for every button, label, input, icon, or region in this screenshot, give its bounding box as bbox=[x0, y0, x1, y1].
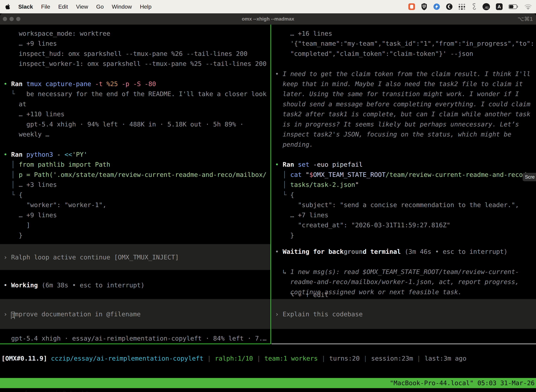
moon-circle-icon[interactable] bbox=[446, 3, 453, 10]
terminal-line: "completed","claim_token":"claim-token"}… bbox=[272, 49, 536, 59]
terminal-line: "worker": "worker-1", bbox=[0, 200, 270, 210]
ralph-loop-notice-text: › Ralph loop active continue [OMX_TMUX_I… bbox=[0, 252, 270, 262]
terminal-line: "subject": "send a concise recommendatio… bbox=[272, 200, 536, 210]
terminal-line: inspect_hud: omx sparkshell --tmux-pane … bbox=[0, 49, 270, 59]
zoom-button[interactable] bbox=[16, 17, 20, 21]
battery-icon[interactable] bbox=[509, 4, 518, 9]
terminal-line: "created_at": "2026-03-31T11:59:27.816Z" bbox=[272, 220, 536, 230]
close-button[interactable] bbox=[3, 17, 7, 21]
menu-item-go[interactable]: Go bbox=[96, 4, 104, 10]
terminal-line: weekly … bbox=[0, 129, 270, 139]
tmux-status-bar: [omx-cczip0:bash* "MacBook-Pro-44.local"… bbox=[0, 378, 536, 388]
terminal-line: │ from pathlib import Path bbox=[0, 159, 270, 169]
terminal-line: │ tasks/task-2.json" bbox=[272, 180, 536, 190]
prompt-input-right[interactable]: › Explain this codebase bbox=[272, 299, 536, 329]
ran-set-line: • Ran set -euo pipefail bbox=[272, 159, 536, 169]
terminal-line: … +9 lines bbox=[0, 38, 270, 48]
terminal-line: └ { bbox=[272, 190, 536, 200]
terminal-line: inspect task2's JSON, focusing on the st… bbox=[272, 129, 536, 139]
hook-icon[interactable] bbox=[471, 3, 477, 10]
agent-pane-right[interactable]: › Explain this codebase … +16 lines '{"t… bbox=[272, 25, 536, 344]
window-shortcut-hint: ⌥⌘1 bbox=[517, 13, 533, 25]
terminal-line: └ be necessary for the end of the README… bbox=[0, 89, 270, 99]
terminal-line: workspace_mode: worktree bbox=[0, 28, 270, 38]
tmux-host-clock: "MacBook-Pro-44.local" 05:03 31-Mar-26 bbox=[390, 378, 535, 388]
chat-app-icon[interactable] bbox=[408, 3, 415, 10]
screen-tooltip: Scre bbox=[523, 173, 536, 181]
terminal-line: later. Using the same for transition mig… bbox=[272, 89, 536, 99]
prompt-input-left[interactable]: › Improve documentation in @filename bbox=[0, 299, 270, 329]
terminal-line: … +9 lines bbox=[0, 210, 270, 220]
badge-count-icon[interactable]: ..61 bbox=[483, 3, 490, 10]
menu-item-slack[interactable]: Slack bbox=[18, 4, 33, 10]
terminal-line: is in progress? It seems likely but perh… bbox=[272, 119, 536, 129]
bolt-circle-icon[interactable] bbox=[433, 3, 440, 10]
terminal-line: } bbox=[0, 230, 270, 240]
tmux-session-label[interactable]: [omx-cczip0:bash* bbox=[23, 390, 89, 392]
apple-logo-icon[interactable] bbox=[5, 3, 11, 10]
menu-left: SlackFileEditViewGoWindowHelp bbox=[0, 3, 159, 10]
menu-item-view[interactable]: View bbox=[76, 4, 88, 10]
terminal-line: │ p = Path('.omx/state/team/review-curre… bbox=[0, 170, 270, 180]
terminal-line: │ cat "$OMX_TEAM_STATE_ROOT/team/review-… bbox=[272, 170, 536, 180]
menu-items: SlackFileEditViewGoWindowHelp bbox=[18, 4, 159, 10]
ran-python-line: • Ran python3 - <<'PY' bbox=[0, 149, 270, 159]
terminal-line: task2 after task1 is complete, but can I… bbox=[272, 109, 536, 119]
minimize-button[interactable] bbox=[10, 17, 14, 21]
dots-grid-icon[interactable] bbox=[459, 4, 465, 10]
ran-tmux-capture-line: • Ran tmux capture-pane -t %25 -p -S -80 bbox=[0, 79, 270, 89]
edit-hint-line: ⌥ + ↑ edit bbox=[272, 290, 536, 300]
terminal-line: gpt-5.4 xhigh · 94% left · 488K in · 5.1… bbox=[0, 119, 270, 129]
menu-item-help[interactable]: Help bbox=[140, 4, 152, 10]
menu-item-file[interactable]: File bbox=[41, 4, 50, 10]
terminal-line: … +16 lines bbox=[272, 28, 536, 38]
terminal-line: … +110 lines bbox=[0, 109, 270, 119]
terminal-line: } bbox=[272, 230, 536, 240]
pane-border-bottom-right bbox=[272, 344, 536, 344]
omx-status-line: [OMX#0.11.9] cczip/essay/ai-reimplementa… bbox=[0, 353, 536, 363]
agent-pane-left[interactable]: › Ralph loop active continue [OMX_TMUX_I… bbox=[0, 25, 270, 344]
terminal-line: keep that in mind. Maybe I also need the… bbox=[272, 79, 536, 89]
terminal-line: readme-and-reco/mailbox/worker-1.json, a… bbox=[272, 277, 536, 287]
terminal-line: ] bbox=[0, 220, 270, 230]
prompt-input-left-text: › Improve documentation in @filename bbox=[0, 309, 270, 319]
thinking-line: • I need to get the claim token from the… bbox=[272, 69, 536, 79]
window-title: omx --xhigh --madmax bbox=[0, 13, 536, 25]
terminal-line: … +7 lines bbox=[272, 210, 536, 220]
waiting-status-line: • Waiting for background terminal (3m 46… bbox=[272, 247, 536, 257]
terminal-line: │ … +3 lines bbox=[0, 180, 270, 190]
terminal-window: omx --xhigh --madmax ⌥⌘1 › Ralph loop ac… bbox=[0, 13, 536, 392]
terminal-line: ↳ 1 new msg(s): read $OMX_TEAM_STATE_ROO… bbox=[272, 267, 536, 277]
menu-status-icons: ..61 A bbox=[408, 0, 536, 13]
terminal-line: inspect_worker-1: omx sparkshell --tmux-… bbox=[0, 59, 270, 69]
prompt-input-right-text: › Explain this codebase bbox=[272, 309, 536, 319]
working-status-line: • Working (6m 38s • esc to interrupt) bbox=[0, 280, 270, 290]
terminal-line: └ { bbox=[0, 190, 270, 200]
menu-bar: SlackFileEditViewGoWindowHelp ..61 A bbox=[0, 0, 536, 13]
wifi-icon[interactable] bbox=[524, 4, 532, 9]
menu-item-edit[interactable]: Edit bbox=[58, 4, 68, 10]
terminal-content: › Ralph loop active continue [OMX_TMUX_I… bbox=[0, 25, 536, 392]
terminal-line: '{"team_name":"my-team","task_id":"1","f… bbox=[272, 38, 536, 48]
pane-divider[interactable] bbox=[270, 25, 271, 344]
ralph-loop-notice: › Ralph loop active continue [OMX_TMUX_I… bbox=[0, 244, 270, 270]
pane-border-bottom-left bbox=[0, 344, 270, 344]
model-meta-line: gpt-5.4 xhigh · essay/ai-reimplementatio… bbox=[0, 333, 270, 343]
window-title-bar[interactable]: omx --xhigh --madmax ⌥⌘1 bbox=[0, 13, 536, 25]
shield-grid-icon[interactable] bbox=[421, 3, 427, 10]
terminal-line: should send a message before completing … bbox=[272, 99, 536, 109]
terminal-line: at bbox=[0, 99, 270, 109]
desktop: { "menu_bar": { "items": [ {"label": "Sl… bbox=[0, 0, 536, 392]
menu-item-window[interactable]: Window bbox=[112, 4, 132, 10]
terminal-line: pending. bbox=[272, 140, 536, 149]
letter-a-icon[interactable]: A bbox=[496, 3, 502, 10]
